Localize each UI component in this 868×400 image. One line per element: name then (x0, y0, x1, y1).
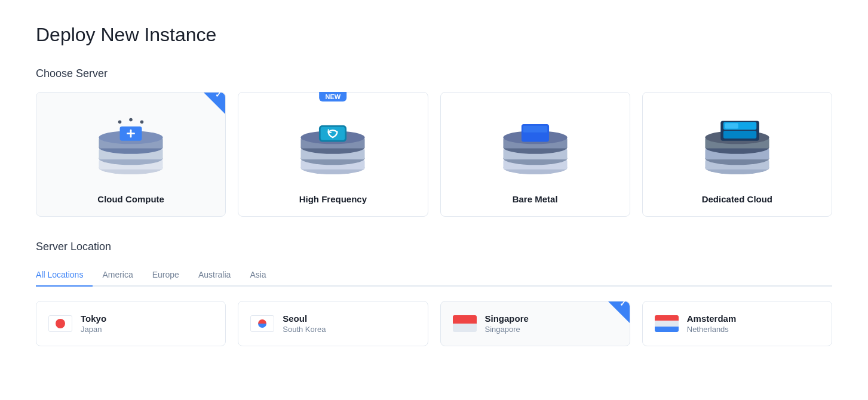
server-cards-container: Cloud Compute NEW (36, 92, 832, 217)
svg-rect-40 (723, 131, 756, 139)
bare-metal-icon (487, 107, 583, 184)
server-location-heading: Server Location (36, 241, 832, 253)
tokyo-info: Tokyo Japan (81, 313, 106, 334)
tab-asia[interactable]: Asia (240, 265, 275, 287)
tab-america[interactable]: America (93, 265, 142, 287)
tab-europe[interactable]: Europe (143, 265, 189, 287)
location-cards-container: Tokyo Japan Seoul South Korea Singapore (36, 301, 832, 346)
japan-circle (56, 319, 65, 328)
amsterdam-flag (655, 315, 679, 332)
svg-rect-21 (321, 127, 345, 140)
high-frequency-icon (285, 107, 381, 184)
server-card-dedicated-cloud[interactable]: Dedicated Cloud (642, 92, 832, 217)
tab-all-locations[interactable]: All Locations (36, 265, 93, 287)
singapore-city: Singapore (485, 313, 529, 324)
bare-metal-label: Bare Metal (513, 194, 558, 204)
singapore-country: Singapore (485, 325, 529, 334)
server-location-section: Server Location All Locations America Eu… (36, 241, 832, 346)
amsterdam-stripe-red (655, 315, 679, 321)
location-tabs: All Locations America Europe Australia A… (36, 265, 832, 287)
server-card-bare-metal[interactable]: Bare Metal (440, 92, 630, 217)
server-card-cloud-compute[interactable]: Cloud Compute (36, 92, 226, 217)
choose-server-heading: Choose Server (36, 67, 832, 80)
amsterdam-city: Amsterdam (687, 313, 737, 324)
location-card-amsterdam[interactable]: Amsterdam Netherlands (642, 301, 832, 346)
korea-flag (250, 315, 274, 332)
amsterdam-info: Amsterdam Netherlands (687, 313, 737, 334)
dedicated-cloud-icon (689, 107, 785, 184)
high-frequency-label: High Frequency (299, 194, 367, 204)
amsterdam-country: Netherlands (687, 325, 737, 334)
svg-rect-41 (725, 123, 738, 128)
tab-australia[interactable]: Australia (189, 265, 240, 287)
singapore-stripe-red (453, 315, 477, 324)
cloud-compute-icon (83, 107, 179, 184)
seoul-info: Seoul South Korea (283, 313, 326, 334)
seoul-country: South Korea (283, 325, 326, 334)
location-card-singapore[interactable]: Singapore Singapore (440, 301, 630, 346)
svg-point-11 (129, 118, 133, 122)
svg-point-12 (140, 121, 144, 124)
korea-circle (258, 319, 266, 328)
selected-checkmark (204, 93, 225, 114)
svg-rect-30 (523, 126, 547, 133)
svg-point-10 (118, 121, 122, 124)
page-title: Deploy New Instance (36, 24, 832, 46)
seoul-city: Seoul (283, 313, 326, 324)
tokyo-city: Tokyo (81, 313, 106, 324)
location-card-tokyo[interactable]: Tokyo Japan (36, 301, 226, 346)
choose-server-section: Choose Server (36, 67, 832, 217)
tokyo-country: Japan (81, 325, 106, 334)
amsterdam-stripe-white (655, 321, 679, 326)
singapore-stripe-white (453, 324, 477, 332)
singapore-checkmark (608, 301, 630, 323)
location-card-seoul[interactable]: Seoul South Korea (238, 301, 428, 346)
singapore-info: Singapore Singapore (485, 313, 529, 334)
singapore-flag (453, 315, 477, 332)
amsterdam-stripe-blue (655, 327, 679, 332)
new-badge: NEW (320, 92, 347, 101)
dedicated-cloud-label: Dedicated Cloud (702, 194, 772, 204)
cloud-compute-label: Cloud Compute (97, 194, 164, 204)
japan-flag (48, 315, 72, 332)
server-card-high-frequency[interactable]: NEW High (238, 92, 428, 217)
